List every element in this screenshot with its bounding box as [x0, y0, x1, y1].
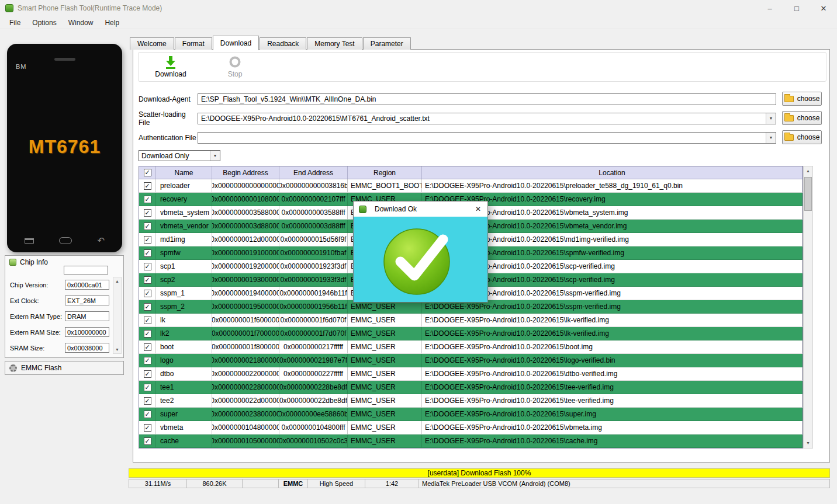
tab-download[interactable]: Download [213, 36, 259, 50]
partition-row-cache[interactable]: ✓cache0x00000001050000000x000000010502c0… [139, 435, 803, 448]
tab-parameter[interactable]: Parameter [363, 37, 411, 50]
menu-help[interactable]: Help [99, 18, 125, 28]
begin-address-cell: 0x0000000019400000 [212, 287, 279, 300]
partition-row-vbmeta[interactable]: ✓vbmeta0x00000001048000000x0000000104800… [139, 421, 803, 435]
choose-button-label: choose [797, 95, 820, 103]
tab-welcome[interactable]: Welcome [130, 37, 174, 50]
close-icon[interactable]: ✕ [810, 0, 837, 16]
scroll-down-icon[interactable]: ▼ [113, 346, 121, 353]
chip-info-row: Ext Clock: [10, 293, 109, 308]
row-checkbox[interactable]: ✓ [144, 424, 151, 432]
chip-field-input[interactable] [65, 343, 109, 353]
chip-field-input[interactable] [65, 311, 109, 321]
scatter-file-combo[interactable]: ▼ [198, 113, 776, 124]
partition-name-cell: vbmeta_system [156, 206, 212, 219]
row-checkbox[interactable]: ✓ [144, 182, 151, 190]
partition-row-lk2[interactable]: ✓lk20x000000001f7000000x000000001f7d070f… [139, 327, 803, 340]
partition-row-preloader[interactable]: ✓preloader0x00000000000000000x0000000000… [139, 179, 803, 193]
tab-format[interactable]: Format [175, 37, 212, 50]
menu-key-icon [25, 238, 34, 244]
column-header-name[interactable]: Name [156, 166, 212, 179]
row-checkbox[interactable]: ✓ [144, 263, 151, 270]
row-checkbox[interactable]: ✓ [144, 397, 151, 405]
partition-row-tee2[interactable]: ✓tee20x0000000022d000000x0000000022dbe8d… [139, 394, 803, 408]
scroll-down-icon[interactable]: ▼ [804, 439, 812, 448]
tab-memory-test[interactable]: Memory Test [307, 37, 362, 50]
chip-info-scrollbar[interactable]: ▲ ▼ [113, 277, 122, 354]
row-checkbox[interactable]: ✓ [144, 343, 151, 351]
download-agent-input[interactable] [198, 93, 776, 105]
chevron-down-icon[interactable]: ▼ [210, 151, 220, 161]
column-header-end-address[interactable]: End Address [279, 166, 348, 179]
row-checkbox[interactable]: ✓ [144, 236, 151, 244]
chip-field-input[interactable] [65, 327, 109, 337]
row-checkbox[interactable]: ✓ [144, 290, 151, 297]
menu-window[interactable]: Window [63, 18, 99, 28]
emmc-flash-panel[interactable]: EMMC Flash [5, 361, 124, 375]
begin-address-cell: 0x0000000022d00000 [212, 394, 279, 407]
row-checkbox[interactable]: ✓ [144, 411, 151, 418]
table-scrollbar[interactable]: ▲ ▼ [803, 166, 813, 449]
partition-name-cell: vbmeta_vendor [156, 220, 212, 232]
location-cell: E:\DOOGEE-X95Pro-Android10.0-20220615\su… [422, 408, 803, 420]
partition-row-lk[interactable]: ✓lk0x000000001f6000000x000000001f6d070fE… [139, 314, 803, 327]
column-header-begin-address[interactable]: Begin Address [212, 166, 279, 179]
row-checkbox[interactable]: ✓ [144, 437, 151, 445]
location-cell: E:\DOOGEE-X95Pro-Android10.0-20220615\lk… [422, 327, 803, 340]
row-checkbox-cell: ✓ [139, 408, 156, 420]
row-checkbox[interactable]: ✓ [144, 303, 151, 311]
begin-address-cell: 0x0000000000108000 [212, 193, 279, 206]
partition-name-cell: preloader [156, 179, 212, 192]
row-checkbox[interactable]: ✓ [144, 330, 151, 338]
stop-action-button[interactable]: Stop [216, 55, 254, 78]
row-checkbox[interactable]: ✓ [144, 209, 151, 217]
menu-file[interactable]: File [4, 18, 26, 28]
row-checkbox[interactable]: ✓ [144, 196, 151, 203]
auth-file-choose-button[interactable]: choose [782, 130, 822, 144]
column-header-location[interactable]: Location [422, 166, 803, 179]
partition-row-tee1[interactable]: ✓tee10x00000000228000000x00000000228be8d… [139, 381, 803, 394]
end-address-cell: 0x000000001f6d070f [279, 314, 348, 326]
download-agent-choose-button[interactable]: choose [782, 92, 822, 106]
scrollbar-thumb[interactable] [804, 177, 812, 211]
download-mode-select[interactable]: Download Only ▼ [139, 150, 220, 161]
partition-row-boot[interactable]: ✓boot0x000000001f8000000x00000000217ffff… [139, 340, 803, 354]
partition-row-dtbo[interactable]: ✓dtbo0x00000000220000000x00000000227ffff… [139, 367, 803, 381]
auth-file-input[interactable] [198, 133, 766, 143]
partition-row-logo[interactable]: ✓logo0x00000000218000000x0000000021987e7… [139, 354, 803, 367]
status-empty-cell [243, 479, 279, 488]
row-checkbox[interactable]: ✓ [144, 317, 151, 324]
chevron-down-icon[interactable]: ▼ [766, 133, 776, 143]
begin-address-cell: 0x0000000003d88000 [212, 220, 279, 232]
begin-address-cell: 0x0000000012d00000 [212, 233, 279, 246]
row-checkbox[interactable]: ✓ [144, 223, 151, 230]
chip-info-fields: Chip Version:Ext Clock:Extern RAM Type:E… [10, 277, 109, 356]
scatter-file-choose-button[interactable]: choose [782, 111, 822, 125]
row-checkbox[interactable]: ✓ [144, 370, 151, 378]
row-checkbox[interactable]: ✓ [144, 384, 151, 391]
select-all-checkbox[interactable]: ✓ [144, 169, 151, 176]
download-action-button[interactable]: Download [152, 55, 189, 78]
chip-field-partial-input[interactable] [64, 266, 108, 274]
chip-field-input[interactable] [65, 296, 109, 305]
app-window: Smart Phone Flash Tool(Runtime Trace Mod… [0, 0, 837, 504]
end-address-cell: 0x0000000003588fff [279, 206, 348, 219]
scroll-up-icon[interactable]: ▲ [113, 277, 121, 285]
tab-bar: WelcomeFormatDownloadReadbackMemory Test… [130, 35, 411, 50]
scatter-file-input[interactable] [198, 113, 766, 124]
menu-options[interactable]: Options [26, 18, 62, 28]
dialog-close-icon[interactable]: ✕ [469, 201, 487, 217]
column-header-region[interactable]: Region [348, 166, 422, 179]
scroll-up-icon[interactable]: ▲ [804, 166, 812, 176]
row-checkbox[interactable]: ✓ [144, 357, 151, 364]
partition-row-super[interactable]: ✓super0x00000000238000000x00000000ee5886… [139, 408, 803, 421]
row-checkbox-cell: ✓ [139, 435, 156, 447]
row-checkbox[interactable]: ✓ [144, 276, 151, 284]
chip-field-input[interactable] [65, 280, 109, 290]
auth-file-combo[interactable]: ▼ [198, 132, 776, 144]
maximize-icon[interactable]: □ [783, 0, 810, 16]
minimize-icon[interactable]: – [756, 0, 783, 16]
row-checkbox[interactable]: ✓ [144, 249, 151, 257]
tab-readback[interactable]: Readback [260, 37, 306, 50]
chevron-down-icon[interactable]: ▼ [766, 113, 776, 124]
